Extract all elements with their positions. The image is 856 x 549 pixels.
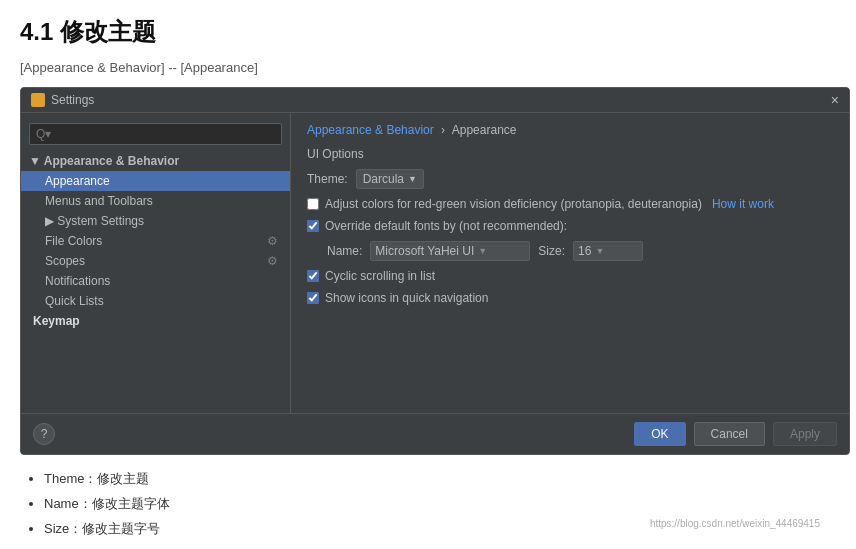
theme-value: Darcula bbox=[363, 172, 404, 186]
search-box[interactable] bbox=[29, 123, 282, 145]
font-name-size-row: Name: Microsoft YaHei UI ▼ Size: 16 ▼ bbox=[327, 241, 833, 261]
sidebar-item-label: ▼ Appearance & Behavior bbox=[29, 154, 179, 168]
dialog-title: Settings bbox=[31, 93, 94, 107]
app-icon bbox=[31, 93, 45, 107]
sidebar-item-keymap[interactable]: Keymap bbox=[21, 311, 290, 331]
help-button[interactable]: ? bbox=[33, 423, 55, 445]
sidebar-item-label: Menus and Toolbars bbox=[45, 194, 153, 208]
apply-button[interactable]: Apply bbox=[773, 422, 837, 446]
ok-button[interactable]: OK bbox=[634, 422, 685, 446]
list-item: Name：修改主题字体 bbox=[44, 494, 836, 515]
file-colors-icon: ⚙ bbox=[267, 234, 278, 248]
cancel-button[interactable]: Cancel bbox=[694, 422, 765, 446]
how-it-works-link[interactable]: How it work bbox=[712, 197, 774, 211]
breadcrumb-appearance-behavior[interactable]: Appearance & Behavior bbox=[307, 123, 434, 137]
font-name-value: Microsoft YaHei UI bbox=[375, 244, 474, 258]
font-size-value: 16 bbox=[578, 244, 591, 258]
section-label: UI Options bbox=[307, 147, 833, 161]
sidebar-item-label: Appearance bbox=[45, 174, 110, 188]
show-icons-checkbox[interactable] bbox=[307, 292, 319, 304]
override-fonts-row: Override default fonts by (not recommend… bbox=[307, 219, 833, 233]
sidebar-item-appearance-behavior[interactable]: ▼ Appearance & Behavior bbox=[21, 151, 290, 171]
sidebar-item-scopes[interactable]: Scopes ⚙ bbox=[21, 251, 290, 271]
chevron-down-icon: ▼ bbox=[408, 174, 417, 184]
show-icons-row: Show icons in quick navigation bbox=[307, 291, 833, 305]
sidebar-item-label: Notifications bbox=[45, 274, 110, 288]
close-button[interactable]: × bbox=[831, 93, 839, 107]
settings-dialog: Settings × ▼ Appearance & Behavior Appea… bbox=[20, 87, 850, 455]
sidebar-item-label: Scopes bbox=[45, 254, 85, 268]
breadcrumb-arrow: › bbox=[441, 123, 445, 137]
dialog-title-label: Settings bbox=[51, 93, 94, 107]
color-deficiency-row: Adjust colors for red-green vision defic… bbox=[307, 197, 833, 211]
footer-right: OK Cancel Apply bbox=[634, 422, 837, 446]
color-deficiency-checkbox[interactable] bbox=[307, 198, 319, 210]
watermark: https://blog.csdn.net/weixin_44469415 bbox=[650, 518, 820, 529]
content-breadcrumb: Appearance & Behavior › Appearance bbox=[307, 123, 833, 137]
color-deficiency-label: Adjust colors for red-green vision defic… bbox=[325, 197, 702, 211]
scopes-icon: ⚙ bbox=[267, 254, 278, 268]
sidebar-item-notifications[interactable]: Notifications bbox=[21, 271, 290, 291]
footer-left: ? bbox=[33, 423, 55, 445]
sidebar-item-file-colors[interactable]: File Colors ⚙ bbox=[21, 231, 290, 251]
size-label: Size: bbox=[538, 244, 565, 258]
list-item: Theme：修改主题 bbox=[44, 469, 836, 490]
font-size-dropdown[interactable]: 16 ▼ bbox=[573, 241, 643, 261]
sidebar-item-system-settings[interactable]: ▶ System Settings bbox=[21, 211, 290, 231]
theme-dropdown[interactable]: Darcula ▼ bbox=[356, 169, 424, 189]
dialog-body: ▼ Appearance & Behavior Appearance Menus… bbox=[21, 113, 849, 413]
name-label: Name: bbox=[327, 244, 362, 258]
sidebar-item-label: File Colors bbox=[45, 234, 102, 248]
search-input[interactable] bbox=[36, 127, 275, 141]
font-chevron-icon: ▼ bbox=[478, 246, 487, 256]
breadcrumb-current: Appearance bbox=[452, 123, 517, 137]
cyclic-scrolling-label: Cyclic scrolling in list bbox=[325, 269, 435, 283]
page-breadcrumb: [Appearance & Behavior] -- [Appearance] bbox=[20, 60, 836, 75]
cyclic-scrolling-row: Cyclic scrolling in list bbox=[307, 269, 833, 283]
page-title: 4.1 修改主题 bbox=[20, 16, 836, 48]
cyclic-scrolling-checkbox[interactable] bbox=[307, 270, 319, 282]
dialog-footer: ? OK Cancel Apply bbox=[21, 413, 849, 454]
theme-label: Theme: bbox=[307, 172, 348, 186]
main-content: Appearance & Behavior › Appearance UI Op… bbox=[291, 113, 849, 413]
override-fonts-label: Override default fonts by (not recommend… bbox=[325, 219, 567, 233]
settings-sidebar: ▼ Appearance & Behavior Appearance Menus… bbox=[21, 113, 291, 413]
sidebar-item-appearance[interactable]: Appearance bbox=[21, 171, 290, 191]
sidebar-item-quick-lists[interactable]: Quick Lists bbox=[21, 291, 290, 311]
size-chevron-icon: ▼ bbox=[595, 246, 604, 256]
show-icons-label: Show icons in quick navigation bbox=[325, 291, 488, 305]
theme-row: Theme: Darcula ▼ bbox=[307, 169, 833, 189]
font-name-dropdown[interactable]: Microsoft YaHei UI ▼ bbox=[370, 241, 530, 261]
sidebar-item-label: Keymap bbox=[33, 314, 80, 328]
sidebar-item-label: ▶ System Settings bbox=[45, 214, 144, 228]
dialog-titlebar: Settings × bbox=[21, 88, 849, 113]
sidebar-item-menus-toolbars[interactable]: Menus and Toolbars bbox=[21, 191, 290, 211]
override-fonts-checkbox[interactable] bbox=[307, 220, 319, 232]
sidebar-item-label: Quick Lists bbox=[45, 294, 104, 308]
